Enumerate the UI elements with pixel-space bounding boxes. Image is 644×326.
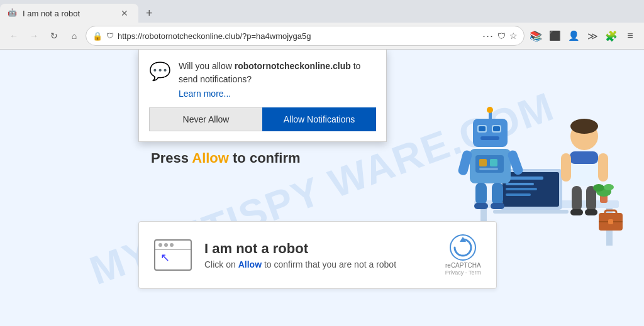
svg-point-46 bbox=[604, 184, 614, 190]
learn-more-link[interactable]: Learn more... bbox=[179, 89, 376, 99]
svg-rect-42 bbox=[608, 219, 613, 224]
active-tab[interactable]: 🤖 I am not a robot ✕ bbox=[0, 4, 138, 23]
more-options-icon[interactable]: ··· bbox=[482, 30, 494, 43]
svg-rect-9 bbox=[493, 210, 569, 214]
url-input[interactable] bbox=[118, 31, 479, 41]
popup-buttons: Never Allow Allow Notifications bbox=[149, 107, 376, 131]
recaptcha-label: reCAPTCHA bbox=[445, 262, 481, 269]
library-icon: 📚 bbox=[530, 30, 542, 42]
captcha-subtitle: Click on Allow to confirm that you are n… bbox=[204, 259, 433, 269]
menu-button[interactable]: ≡ bbox=[621, 27, 639, 45]
popup-domain: robotornotcheckonline.club bbox=[235, 61, 351, 71]
puzzle-icon: 🧩 bbox=[605, 30, 618, 42]
svg-rect-8 bbox=[506, 193, 531, 196]
extensions-icon: ≫ bbox=[587, 30, 598, 42]
svg-rect-10 bbox=[473, 119, 508, 147]
address-bar[interactable]: 🔒 🛡 ··· 🛡 ☆ bbox=[86, 26, 525, 46]
popup-header: 💬 Will you allow robotornotcheckonline.c… bbox=[149, 60, 376, 99]
svg-rect-28 bbox=[491, 203, 504, 209]
library-button[interactable]: 📚 bbox=[527, 27, 545, 45]
recaptcha-privacy: Privacy - Term bbox=[445, 269, 481, 276]
browser-chrome: 🤖 I am not a robot ✕ + ← → ↻ ⌂ 🔒 🛡 ··· 🛡… bbox=[0, 0, 644, 50]
forward-button[interactable]: → bbox=[25, 27, 43, 45]
svg-point-45 bbox=[593, 184, 604, 192]
svg-point-16 bbox=[487, 107, 493, 113]
security-icon: 🔒 bbox=[92, 31, 103, 41]
browser-shield-icon: 🛡 bbox=[106, 31, 114, 40]
captcha-allow-link: Allow bbox=[238, 259, 262, 269]
captcha-cursor-icon: ↖ bbox=[160, 251, 170, 264]
home-button[interactable]: ⌂ bbox=[65, 27, 83, 45]
hamburger-icon: ≡ bbox=[627, 30, 633, 41]
captcha-dot-2 bbox=[164, 243, 168, 247]
svg-rect-32 bbox=[570, 151, 598, 164]
new-tab-button[interactable]: + bbox=[141, 4, 158, 23]
svg-rect-34 bbox=[598, 153, 608, 182]
bookmark-icon[interactable]: ☆ bbox=[509, 31, 518, 41]
svg-point-30 bbox=[570, 119, 598, 134]
chat-icon: 💬 bbox=[149, 61, 171, 82]
svg-rect-37 bbox=[570, 209, 583, 215]
svg-rect-21 bbox=[490, 159, 497, 166]
svg-rect-5 bbox=[506, 177, 543, 180]
svg-rect-17 bbox=[480, 136, 499, 140]
captcha-title: I am not a robot bbox=[204, 241, 433, 257]
allow-word: Allow bbox=[192, 150, 229, 166]
reader-button[interactable]: ⬛ bbox=[546, 27, 564, 45]
captcha-window-dots bbox=[155, 241, 191, 250]
popup-text: Will you allow robotornotcheckonline.clu… bbox=[179, 60, 376, 86]
svg-rect-22 bbox=[479, 168, 498, 170]
svg-rect-20 bbox=[479, 159, 487, 166]
captcha-text-area: I am not a robot Click on Allow to confi… bbox=[204, 241, 433, 269]
profile-button[interactable]: 👤 bbox=[565, 27, 582, 45]
captcha-dot-1 bbox=[158, 243, 162, 247]
page-content: MYANTISPY WARE.COM 💬 Will you allow robo… bbox=[0, 50, 644, 326]
svg-rect-25 bbox=[475, 183, 487, 205]
captcha-window-icon: ↖ bbox=[154, 239, 192, 271]
svg-rect-26 bbox=[492, 183, 503, 205]
svg-rect-6 bbox=[506, 183, 534, 185]
captcha-dot-3 bbox=[170, 243, 174, 247]
allow-notifications-button[interactable]: Allow Notifications bbox=[262, 107, 376, 131]
svg-rect-27 bbox=[474, 203, 488, 209]
svg-rect-7 bbox=[506, 188, 537, 190]
extensions-button[interactable]: ≫ bbox=[584, 27, 601, 45]
recaptcha-icon bbox=[450, 234, 476, 261]
svg-rect-14 bbox=[493, 126, 500, 131]
press-allow-text: Press Allow to confirm bbox=[151, 150, 301, 166]
svg-rect-13 bbox=[479, 126, 486, 131]
puzzle-button[interactable]: 🧩 bbox=[602, 27, 620, 45]
toolbar: ← → ↻ ⌂ 🔒 🛡 ··· 🛡 ☆ 📚 ⬛ 👤 ≫ bbox=[0, 23, 644, 49]
tab-favicon: 🤖 bbox=[8, 8, 18, 18]
address-shield-icon: 🛡 bbox=[497, 31, 506, 41]
notification-popup: 💬 Will you allow robotornotcheckonline.c… bbox=[138, 50, 387, 142]
toolbar-right: 📚 ⬛ 👤 ≫ 🧩 ≡ bbox=[527, 27, 639, 45]
never-allow-button[interactable]: Never Allow bbox=[149, 107, 262, 131]
svg-rect-33 bbox=[561, 153, 571, 182]
popup-message: Will you allow robotornotcheckonline.clu… bbox=[179, 60, 376, 99]
tab-title: I am not a robot bbox=[23, 9, 113, 18]
svg-rect-35 bbox=[572, 186, 582, 211]
svg-rect-38 bbox=[585, 209, 597, 215]
recaptcha-logo: reCAPTCHA Privacy - Term bbox=[445, 234, 481, 276]
refresh-button[interactable]: ↻ bbox=[45, 27, 63, 45]
captcha-box: ↖ I am not a robot Click on Allow to con… bbox=[138, 221, 497, 289]
tab-close-button[interactable]: ✕ bbox=[118, 7, 131, 19]
tab-bar: 🤖 I am not a robot ✕ + bbox=[0, 0, 644, 23]
profile-icon: 👤 bbox=[568, 30, 580, 41]
reader-icon: ⬛ bbox=[549, 30, 561, 41]
back-button[interactable]: ← bbox=[5, 27, 23, 45]
